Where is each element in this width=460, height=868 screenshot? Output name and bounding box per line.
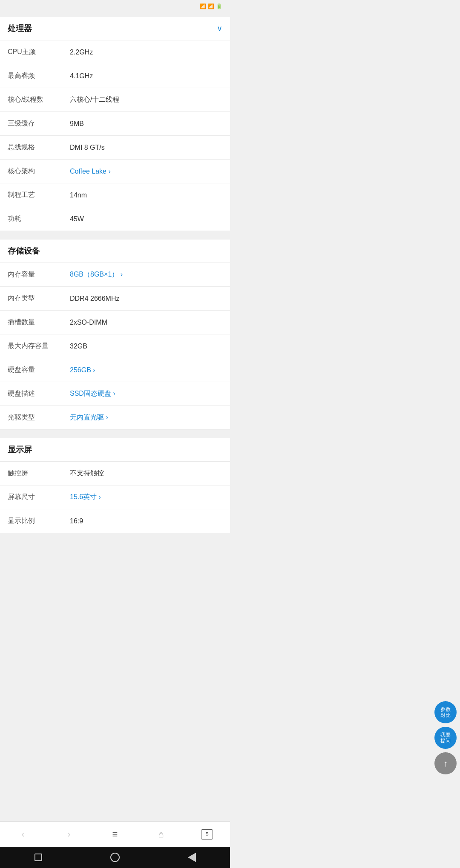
spec-value-5[interactable]: SSD固态硬盘 › — [62, 389, 230, 398]
spec-value-2: 六核心/十二线程 — [62, 95, 230, 104]
spec-row: 硬盘容量256GB › — [0, 358, 230, 382]
spec-label-4: 总线规格 — [0, 143, 62, 152]
spec-value-3: 9MB — [62, 120, 230, 128]
section-gap-1 — [0, 231, 230, 235]
section-header-processor[interactable]: 处理器∨ — [0, 17, 230, 40]
spec-row: 光驱类型无内置光驱 › — [0, 406, 230, 430]
spec-value-1: 4.1GHz — [62, 72, 230, 80]
spec-value-2: 16:9 — [62, 517, 230, 525]
spec-value-0[interactable]: 8GB（8GB×1） › — [62, 270, 230, 279]
spec-value-6[interactable]: 无内置光驱 › — [62, 413, 230, 422]
spec-value-2: 2xSO-DIMM — [62, 319, 230, 326]
spec-table-storage: 内存容量8GB（8GB×1） ›内存类型DDR4 2666MHz插槽数量2xSO… — [0, 263, 230, 430]
spec-label-1: 屏幕尺寸 — [0, 493, 62, 502]
spec-row: 总线规格DMI 8 GT/s — [0, 136, 230, 160]
spec-value-5[interactable]: Coffee Lake › — [62, 168, 230, 175]
spec-row: 内存类型DDR4 2666MHz — [0, 287, 230, 311]
spec-table-processor: CPU主频2.2GHz最高睿频4.1GHz核心/线程数六核心/十二线程三级缓存9… — [0, 40, 230, 231]
battery-icon: 🔋 — [216, 3, 222, 9]
spec-label-6: 光驱类型 — [0, 413, 62, 422]
spec-row: 内存容量8GB（8GB×1） › — [0, 263, 230, 287]
spec-value-1[interactable]: 15.6英寸 › — [62, 493, 230, 502]
section-header-storage: 存储设备 — [0, 240, 230, 263]
spec-row: 插槽数量2xSO-DIMM — [0, 311, 230, 334]
status-icons: 📶 📶 🔋 — [200, 3, 224, 9]
section-title-storage: 存储设备 — [8, 246, 40, 257]
spec-value-7: 45W — [62, 215, 230, 223]
spec-label-1: 最高睿频 — [0, 71, 62, 80]
spec-row: 三级缓存9MB — [0, 112, 230, 136]
spec-row: 核心/线程数六核心/十二线程 — [0, 88, 230, 112]
spec-row: 制程工艺14nm — [0, 183, 230, 207]
spec-row: 核心架构Coffee Lake › — [0, 160, 230, 183]
spec-row: CPU主频2.2GHz — [0, 40, 230, 64]
signal-icon: 📶 — [208, 3, 214, 9]
spec-label-3: 三级缓存 — [0, 119, 62, 128]
spec-value-0: 2.2GHz — [62, 49, 230, 56]
spec-row: 最大内存容量32GB — [0, 334, 230, 358]
spec-row: 硬盘描述SSD固态硬盘 › — [0, 382, 230, 406]
section-title-display: 显示屏 — [8, 444, 32, 455]
spec-row: 显示比例16:9 — [0, 509, 230, 533]
spec-label-2: 插槽数量 — [0, 318, 62, 327]
status-bar: 📶 📶 🔋 — [0, 0, 230, 13]
spec-label-5: 核心架构 — [0, 167, 62, 176]
spec-row: 功耗45W — [0, 207, 230, 231]
chevron-down-icon: ∨ — [217, 24, 222, 33]
spec-label-6: 制程工艺 — [0, 191, 62, 200]
spec-row: 最高睿频4.1GHz — [0, 64, 230, 88]
spec-value-3: 32GB — [62, 343, 230, 350]
content-area: 处理器∨CPU主频2.2GHz最高睿频4.1GHz核心/线程数六核心/十二线程三… — [0, 17, 230, 584]
spec-row: 触控屏不支持触控 — [0, 462, 230, 485]
spec-value-0: 不支持触控 — [62, 469, 230, 478]
spec-table-display: 触控屏不支持触控屏幕尺寸15.6英寸 ›显示比例16:9 — [0, 462, 230, 533]
spec-label-1: 内存类型 — [0, 294, 62, 303]
spec-label-4: 硬盘容量 — [0, 365, 62, 374]
spec-value-6: 14nm — [62, 191, 230, 199]
spec-value-1: DDR4 2666MHz — [62, 295, 230, 303]
wifi-icon: 📶 — [200, 3, 206, 9]
spec-label-0: CPU主频 — [0, 48, 62, 57]
spec-label-0: 内存容量 — [0, 270, 62, 279]
section-gap-2 — [0, 430, 230, 434]
spec-label-2: 核心/线程数 — [0, 95, 62, 104]
spec-label-3: 最大内存容量 — [0, 342, 62, 351]
section-header-display: 显示屏 — [0, 438, 230, 462]
spec-label-2: 显示比例 — [0, 517, 62, 525]
spec-row: 屏幕尺寸15.6英寸 › — [0, 485, 230, 509]
spec-value-4[interactable]: 256GB › — [62, 366, 230, 374]
spec-label-0: 触控屏 — [0, 469, 62, 478]
spec-label-5: 硬盘描述 — [0, 389, 62, 398]
spec-label-7: 功耗 — [0, 214, 62, 223]
section-title-processor: 处理器 — [8, 23, 32, 34]
spec-value-4: DMI 8 GT/s — [62, 144, 230, 151]
